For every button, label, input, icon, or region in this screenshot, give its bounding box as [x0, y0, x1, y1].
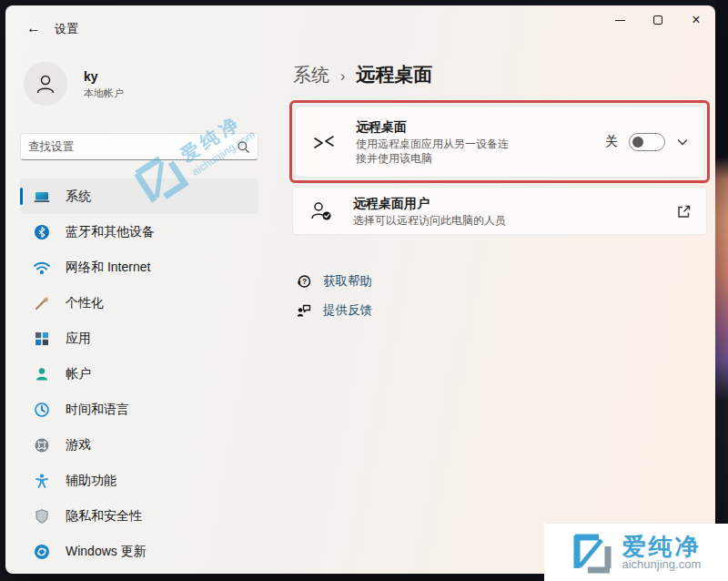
- get-help-link[interactable]: ? 获取帮助: [296, 273, 372, 290]
- minimize-icon: [615, 20, 625, 21]
- desktop-wallpaper: [715, 0, 728, 581]
- sidebar-item-label: 系统: [66, 189, 91, 205]
- system-icon: [33, 188, 51, 206]
- close-icon: ×: [692, 12, 700, 28]
- setting-title: 远程桌面用户: [353, 195, 675, 211]
- toggle-state-label: 关: [605, 134, 618, 150]
- sidebar-item-privacy-security[interactable]: 隐私和安全性: [20, 498, 258, 534]
- sidebar-item-system[interactable]: 系统: [20, 178, 258, 214]
- user-account-type: 本地帐户: [84, 87, 124, 100]
- settings-window: ← 设置 × ky 本地帐户: [5, 5, 715, 574]
- help-icon: ?: [296, 273, 312, 290]
- breadcrumb-parent[interactable]: 系统: [293, 63, 329, 87]
- search-box: [20, 133, 258, 160]
- window-title: 设置: [55, 21, 78, 37]
- sidebar-item-label: 应用: [66, 331, 91, 347]
- personalization-icon: [33, 294, 51, 312]
- windows-update-icon: [33, 543, 51, 561]
- sidebar-item-accounts[interactable]: 帐户: [20, 356, 258, 392]
- person-icon: [34, 72, 57, 96]
- sidebar-item-label: Windows 更新: [66, 544, 147, 560]
- time-language-icon: [33, 401, 51, 419]
- feedback-icon: [296, 302, 312, 319]
- sidebar-item-bluetooth-devices[interactable]: 蓝牙和其他设备: [20, 214, 258, 250]
- brand-domain: aichunjing.com: [622, 558, 702, 571]
- sidebar-item-personalization[interactable]: 个性化: [20, 285, 258, 321]
- give-feedback-link[interactable]: 提供反馈: [296, 302, 372, 319]
- search-input[interactable]: [28, 140, 237, 153]
- remote-desktop-users-card[interactable]: 远程桌面用户 选择可以远程访问此电脑的人员: [292, 187, 707, 235]
- gaming-icon: [33, 436, 51, 454]
- sidebar-item-label: 隐私和安全性: [66, 508, 142, 525]
- brand-logo-icon: [571, 532, 613, 574]
- sidebar-item-label: 网络和 Internet: [66, 260, 150, 276]
- give-feedback-label: 提供反馈: [323, 302, 372, 319]
- accounts-icon: [33, 365, 51, 383]
- external-link-icon[interactable]: [675, 203, 692, 219]
- watermark-brand-box: 爱纯净 aichunjing.com: [544, 524, 728, 581]
- page-title: 远程桌面: [356, 62, 432, 87]
- sidebar-item-network-internet[interactable]: 网络和 Internet: [20, 250, 258, 285]
- remote-desktop-card[interactable]: 远程桌面 使用远程桌面应用从另一设备连接并使用该电脑 关: [295, 106, 704, 178]
- close-button[interactable]: ×: [677, 5, 715, 35]
- sidebar-item-label: 游戏: [66, 437, 91, 454]
- setting-description: 使用远程桌面应用从另一设备连接并使用该电脑: [356, 137, 516, 166]
- network-icon: [33, 259, 51, 277]
- chevron-down-icon[interactable]: [676, 136, 689, 148]
- sidebar-item-label: 帐户: [66, 366, 91, 382]
- sidebar-item-label: 时间和语言: [66, 402, 129, 418]
- remote-desktop-icon: [310, 129, 338, 155]
- sidebar-nav: 系统 蓝牙和其他设备 网络和 Internet: [20, 178, 258, 569]
- desktop: ← 设置 × ky 本地帐户: [0, 0, 728, 581]
- sidebar-item-gaming[interactable]: 游戏: [20, 427, 258, 463]
- back-button[interactable]: ←: [20, 16, 47, 40]
- bluetooth-icon: [33, 223, 51, 241]
- breadcrumb-separator: ›: [340, 68, 345, 85]
- highlight-annotation: 远程桌面 使用远程桌面应用从另一设备连接并使用该电脑 关: [289, 100, 710, 183]
- maximize-icon: [653, 15, 662, 25]
- user-name: ky: [84, 69, 98, 84]
- sidebar-item-apps[interactable]: 应用: [20, 321, 258, 356]
- search-icon[interactable]: [237, 140, 250, 154]
- users-check-icon: [308, 199, 335, 224]
- brand-name: 爱纯净: [622, 535, 702, 558]
- sidebar-item-time-language[interactable]: 时间和语言: [20, 392, 258, 427]
- privacy-icon: [33, 507, 51, 525]
- apps-icon: [33, 330, 51, 348]
- minimize-button[interactable]: [601, 5, 639, 35]
- svg-text:?: ?: [302, 277, 307, 286]
- maximize-button[interactable]: [639, 5, 677, 35]
- sidebar-item-windows-update[interactable]: Windows 更新: [20, 534, 258, 569]
- sidebar-item-label: 辅助功能: [66, 473, 116, 489]
- remote-desktop-toggle[interactable]: [629, 133, 665, 151]
- sidebar-item-accessibility[interactable]: 辅助功能: [20, 463, 258, 498]
- get-help-label: 获取帮助: [323, 273, 372, 290]
- breadcrumb: 系统 › 远程桌面: [293, 62, 432, 87]
- toggle-knob: [632, 137, 643, 148]
- window-controls: ×: [601, 5, 715, 35]
- setting-title: 远程桌面: [356, 118, 605, 135]
- sidebar-item-label: 蓝牙和其他设备: [66, 224, 155, 240]
- setting-description: 选择可以远程访问此电脑的人员: [353, 213, 675, 228]
- accessibility-icon: [33, 472, 51, 490]
- sidebar-item-label: 个性化: [66, 295, 104, 311]
- avatar[interactable]: [24, 62, 67, 106]
